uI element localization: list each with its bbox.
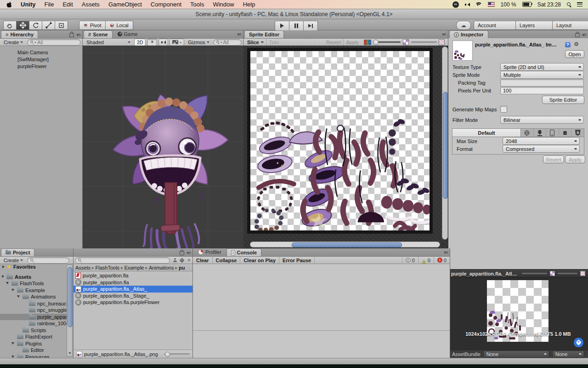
console-info-count[interactable]: 0 [402,257,418,264]
panel-menu-icon[interactable] [76,32,80,37]
tree-item-example[interactable]: Example [0,287,67,294]
file-row[interactable]: purple_apparition.fla.purpleFlower [74,299,192,306]
tree-item-scripts[interactable]: Scripts [0,327,67,334]
menu-component[interactable]: Component [151,1,181,8]
tab-console[interactable]: Console [226,248,261,256]
effects-dropdown[interactable] [170,39,184,46]
menubar-clock[interactable]: Sat 23:28 [537,1,561,8]
hierarchy-item-main-camera[interactable]: Main Camera [0,49,82,56]
scroll-right-arrow-icon[interactable] [441,242,447,247]
step-button[interactable] [304,21,318,31]
texture-type-dropdown[interactable]: Sprite (2D and UI) [500,63,584,71]
hand-tool-button[interactable] [3,21,17,30]
hierarchy-item-purpleflower[interactable]: purpleFlower [0,63,82,69]
draw-mode-dropdown[interactable]: Shaded [84,39,133,46]
creative-cloud-icon[interactable] [452,1,459,8]
tree-item-flashexport[interactable]: FlashExport [0,334,67,340]
console-collapse-button[interactable]: Collapse [213,257,241,264]
tab-project[interactable]: Project [1,248,34,256]
menu-window[interactable]: Window [213,1,234,8]
rotate-tool-button[interactable] [29,21,42,30]
lighting-toggle-button[interactable] [147,39,157,46]
tab-hierarchy[interactable]: Hierarchy [1,30,38,38]
tab-inspector[interactable]: Inspector [449,30,488,38]
scene-search-input[interactable]: All [213,39,242,46]
gear-icon[interactable] [574,41,579,47]
lock-icon[interactable] [180,251,184,255]
tree-item-npc-bureaucr[interactable]: npc_bureaucr [0,300,67,307]
preview-mip-slider[interactable] [558,273,577,274]
panel-menu-icon[interactable] [582,32,586,37]
tree-item-npc-smuggler[interactable]: npc_smuggler [0,307,67,314]
console-error-pause-button[interactable]: Error Pause [279,257,315,264]
open-button[interactable]: Open [565,50,584,58]
console-clear-button[interactable]: Clear [193,257,213,264]
format-dropdown[interactable]: Compressed [503,145,580,153]
notification-center-icon[interactable] [577,2,582,6]
spotlight-icon[interactable] [567,2,571,6]
platform-tab-ios[interactable] [546,129,559,137]
preview-header[interactable]: purple_apparition.fla._Atlas_ [448,270,588,278]
menu-file[interactable]: File [45,1,54,8]
menu-gameobject[interactable]: GameObject [108,1,142,8]
inspector-apply-button[interactable]: Apply [565,155,585,163]
tree-item-resources[interactable]: Resources [0,354,67,358]
battery-icon[interactable] [522,2,531,7]
preview-zoom-slider[interactable] [522,273,547,274]
pivot-toggle-button[interactable]: Pivot [79,21,106,30]
browser-search-input[interactable] [75,257,170,264]
panel-menu-icon[interactable] [187,250,191,255]
2d-toggle-button[interactable]: 2D [134,39,146,46]
panel-menu-icon[interactable] [444,250,448,255]
breadcrumb-current[interactable]: pu [179,265,186,270]
console-error-count[interactable]: 0 [434,257,450,264]
breadcrumb-example[interactable]: Example [124,265,147,270]
pixels-per-unit-field[interactable]: 100 [500,87,584,94]
menu-help[interactable]: Help [243,1,255,8]
breadcrumb-flashtools[interactable]: FlashTools [96,265,123,270]
panel-menu-icon[interactable] [237,32,241,37]
lock-icon[interactable] [69,33,74,37]
gizmos-dropdown[interactable]: Gizmos [186,39,211,46]
play-button[interactable] [275,21,289,31]
platform-tab-android[interactable] [559,129,572,137]
scroll-down-arrow-icon[interactable] [68,352,71,356]
tree-item-plugins[interactable]: Plugins [0,340,67,347]
tree-item-favorites[interactable]: Favorites [0,264,67,270]
help-icon[interactable] [565,42,571,47]
file-row[interactable]: purple_apparition.fla [74,272,192,279]
panel-menu-icon[interactable] [442,32,446,37]
move-tool-button[interactable] [17,21,29,30]
rect-tool-button[interactable] [55,21,68,30]
menu-assets[interactable]: Assets [82,1,100,8]
scroll-left-arrow-icon[interactable] [245,242,250,247]
file-row-selected[interactable]: purple_apparition.fla._Atlas_ [74,286,192,293]
filter-mode-dropdown[interactable]: Bilinear [500,116,584,124]
scene-viewport[interactable] [83,46,243,248]
tree-item-purple-appari[interactable]: purple_appari [0,314,67,321]
assetbundle-dropdown[interactable]: None [483,351,549,358]
tab-profiler[interactable]: Profiler [194,248,226,256]
asset-labels-button[interactable] [574,338,583,347]
hierarchy-create-button[interactable]: Create [1,39,25,46]
menu-unity[interactable]: Unity [21,1,36,8]
thumbnail-size-slider[interactable] [164,353,190,355]
apple-menu-icon[interactable] [6,1,12,8]
menu-edit[interactable]: Edit [62,1,73,8]
max-size-dropdown[interactable]: 2048 [503,137,580,145]
tree-item-flashtools[interactable]: FlashTools [0,280,67,287]
project-search-input[interactable] [27,257,69,264]
console-warning-count[interactable]: 0 [418,257,434,264]
console-clear-on-play-button[interactable]: Clear on Play [240,257,279,264]
tree-item-editor[interactable]: Editor [0,347,67,354]
file-row[interactable]: purple_apparition.fla._Stage_ [74,293,192,299]
sprite-mode-dropdown[interactable]: Multiple [500,71,584,79]
zoom-slider[interactable] [374,41,401,43]
sprite-editor-button[interactable]: Sprite Editor [542,96,584,104]
trim-button[interactable]: Trim [266,39,282,46]
packing-tag-field[interactable] [500,79,584,86]
slice-dropdown[interactable]: Slice [245,39,266,46]
tab-sprite-editor[interactable]: Sprite Editor [244,30,284,38]
tree-item-rainbow[interactable]: rainbow_100c [0,320,67,327]
platform-tab-default[interactable]: Default [452,129,521,137]
